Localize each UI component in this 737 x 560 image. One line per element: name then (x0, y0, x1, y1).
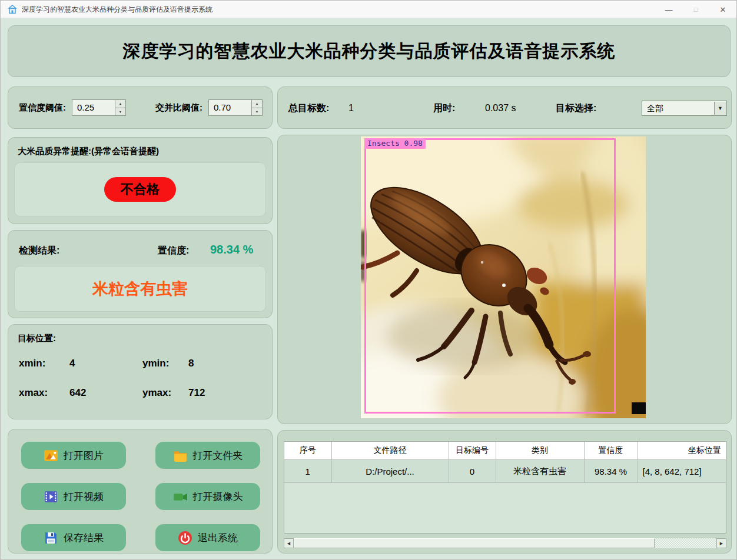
quality-alert-panel: 大米品质异常提醒:(异常会语音提醒) 不合格 (8, 137, 273, 224)
cell-file-path[interactable]: D:/Project/... (331, 460, 449, 483)
xmax-label: xmax: (19, 387, 48, 399)
target-position-label: 目标位置: (18, 333, 56, 344)
total-targets-value: 1 (348, 87, 354, 129)
confidence-label: 置信度: (158, 245, 189, 257)
scroll-left-icon[interactable]: ◀ (284, 538, 294, 548)
scrollbar-track[interactable] (655, 538, 716, 548)
chevron-down-icon[interactable]: ▼ (714, 102, 726, 115)
scroll-right-icon[interactable]: ▶ (716, 538, 726, 548)
detection-result-label: 检测结果: (19, 245, 59, 257)
detection-image: Insects 0.98 (361, 136, 646, 418)
film-play-icon (44, 489, 58, 504)
main-window: 深度学习的智慧农业大米品种分类与品质评估及语音提示系统 置信度阈值: 0.25 … (1, 18, 737, 560)
exit-system-button[interactable]: 退出系统 (155, 524, 260, 551)
ymin-label: ymin: (142, 358, 169, 369)
quality-alert-label: 大米品质异常提醒:(异常会语音提醒) (18, 146, 159, 157)
maximize-button[interactable]: □ (682, 1, 709, 18)
titlebar: 深度学习的智慧农业大米品种分类与品质评估及语音提示系统 — □ ✕ (1, 1, 736, 18)
col-target-id[interactable]: 目标编号 (449, 442, 496, 460)
folder-icon (173, 448, 188, 463)
ymax-value: 712 (188, 387, 205, 399)
cell-target-id[interactable]: 0 (449, 460, 496, 483)
open-video-button[interactable]: 打开视频 (21, 483, 126, 510)
confidence-value: 98.34 % (210, 243, 253, 256)
spin-down-icon[interactable]: ▼ (115, 108, 125, 116)
spin-up-icon[interactable]: ▲ (252, 100, 262, 108)
button-label: 保存结果 (64, 531, 104, 545)
results-table: 序号 文件路径 目标编号 类别 置信度 坐标位置 1 D:/Project/..… (284, 442, 726, 483)
xmax-value: 642 (69, 387, 86, 399)
save-result-button[interactable]: 保存结果 (21, 524, 126, 551)
image-black-chip (632, 402, 646, 414)
horizontal-scrollbar[interactable]: ◀ ▶ (284, 538, 726, 548)
stats-panel: 总目标数: 1 用时: 0.037 s 目标选择: 全部 ▼ (277, 86, 732, 129)
results-table-viewport: 序号 文件路径 目标编号 类别 置信度 坐标位置 1 D:/Project/..… (284, 441, 726, 534)
col-index[interactable]: 序号 (284, 442, 331, 460)
table-header-row: 序号 文件路径 目标编号 类别 置信度 坐标位置 (284, 442, 726, 460)
detection-result-box: 米粒含有虫害 (14, 266, 266, 312)
target-select-dropdown[interactable]: 全部 ▼ (642, 101, 727, 116)
cell-class[interactable]: 米粒含有虫害 (496, 460, 584, 483)
cell-confidence[interactable]: 98.34 % (584, 460, 638, 483)
scrollbar-thumb[interactable] (294, 538, 655, 548)
bounding-box: Insects 0.98 (364, 138, 616, 414)
iou-threshold-value[interactable]: 0.70 (214, 100, 231, 115)
threshold-panel: 置信度阈值: 0.25 ▲ ▼ 交并比阈值: 0.70 ▲ ▼ (8, 86, 273, 129)
bounding-box-label: Insects 0.98 (364, 138, 426, 149)
col-class[interactable]: 类别 (496, 442, 584, 460)
cell-index[interactable]: 1 (284, 460, 331, 483)
minimize-button[interactable]: — (655, 1, 682, 18)
image-viewer-panel: Insects 0.98 (277, 135, 732, 424)
confidence-threshold-label: 置信度阈值: (19, 102, 66, 114)
col-coordinates[interactable]: 坐标位置 (638, 442, 726, 460)
button-label: 退出系统 (198, 531, 238, 545)
button-label: 打开图片 (64, 449, 104, 462)
button-label: 打开视频 (64, 490, 104, 504)
confidence-threshold-value[interactable]: 0.25 (77, 100, 94, 115)
elapsed-time-value: 0.037 s (485, 87, 516, 129)
spin-up-icon[interactable]: ▲ (115, 100, 125, 108)
target-position-panel: 目标位置: xmin: 4 ymin: 8 xmax: 642 ymax: 71… (8, 324, 273, 419)
status-badge: 不合格 (104, 177, 176, 202)
xmin-label: xmin: (19, 358, 45, 369)
actions-panel: 打开图片 打开文件夹 打开视频 打开摄像 (8, 429, 273, 554)
iou-threshold-spinbox[interactable]: 0.70 ▲ ▼ (208, 99, 263, 116)
page-title: 深度学习的智慧农业大米品种分类与品质评估及语音提示系统 (123, 39, 616, 64)
header-panel: 深度学习的智慧农业大米品种分类与品质评估及语音提示系统 (8, 25, 731, 77)
table-row[interactable]: 1 D:/Project/... 0 米粒含有虫害 98.34 % [4, 8,… (284, 460, 726, 483)
col-file-path[interactable]: 文件路径 (331, 442, 449, 460)
elapsed-time-label: 用时: (433, 87, 455, 129)
open-image-button[interactable]: 打开图片 (21, 442, 126, 469)
camera-icon (173, 489, 188, 504)
detection-result-panel: 检测结果: 置信度: 98.34 % 米粒含有虫害 (8, 230, 273, 318)
target-select-value: 全部 (647, 101, 663, 115)
spin-down-icon[interactable]: ▼ (252, 108, 262, 116)
image-icon (44, 448, 58, 463)
col-confidence[interactable]: 置信度 (584, 442, 638, 460)
button-label: 打开文件夹 (193, 449, 243, 462)
iou-threshold-label: 交并比阈值: (155, 102, 202, 114)
window-title: 深度学习的智慧农业大米品种分类与品质评估及语音提示系统 (22, 1, 213, 18)
target-select-label: 目标选择: (556, 87, 596, 129)
cell-coordinates[interactable]: [4, 8, 642, 712] (638, 460, 726, 483)
button-label: 打开摄像头 (193, 490, 243, 504)
close-button[interactable]: ✕ (709, 1, 736, 18)
open-folder-button[interactable]: 打开文件夹 (155, 442, 260, 469)
ymin-value: 8 (188, 358, 194, 369)
ymax-label: ymax: (142, 387, 171, 399)
save-icon (44, 531, 58, 545)
detection-result-text: 米粒含有虫害 (92, 278, 188, 299)
results-table-panel: 序号 文件路径 目标编号 类别 置信度 坐标位置 1 D:/Project/..… (277, 430, 732, 554)
app-granary-icon (8, 5, 17, 14)
confidence-threshold-spinbox[interactable]: 0.25 ▲ ▼ (72, 99, 126, 116)
quality-alert-box: 不合格 (14, 162, 266, 216)
open-camera-button[interactable]: 打开摄像头 (155, 483, 260, 510)
xmin-value: 4 (69, 358, 75, 369)
power-icon (178, 531, 192, 545)
total-targets-label: 总目标数: (288, 87, 329, 129)
